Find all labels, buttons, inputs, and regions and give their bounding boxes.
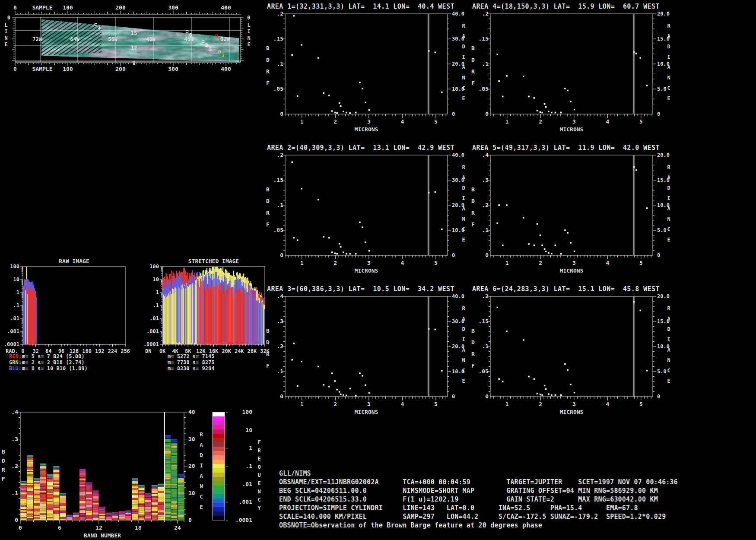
svg-text:20.0: 20.0 [657, 293, 670, 299]
svg-text:.1: .1 [276, 202, 283, 208]
svg-text:2: 2 [334, 260, 337, 266]
svg-text:R: R [2, 467, 5, 473]
svg-text:20: 20 [188, 463, 195, 469]
svg-text:.15: .15 [479, 318, 489, 324]
area-5-plot: .1.2.3.40BDRF5.010.015.020.00RADIANCE123… [467, 152, 674, 281]
svg-text:1: 1 [505, 260, 509, 266]
svg-text:MICRONS: MICRONS [355, 267, 378, 274]
svg-text:R: R [266, 68, 270, 75]
svg-text:m= 2 s= 2 B18 (2.74): m= 2 s= 2 B18 (2.74) [22, 359, 85, 365]
current-band-marker [164, 412, 165, 520]
meta-line: OBSNAME/EXT=11JNBRG02002A TCA=+000 00:04… [279, 478, 678, 486]
band-frequency-bars [21, 435, 184, 520]
svg-text:R: R [266, 210, 270, 216]
svg-text:m= 8 s= 10 B10 (1.89): m= 8 s= 10 B10 (1.89) [22, 365, 88, 372]
svg-text:R: R [257, 448, 261, 454]
svg-text:3: 3 [367, 260, 371, 266]
svg-text:I: I [462, 195, 465, 201]
svg-text:3: 3 [367, 118, 371, 125]
svg-text:E: E [4, 41, 7, 48]
svg-text:Y: Y [257, 505, 261, 511]
svg-text:D: D [471, 57, 475, 63]
svg-text:.1: .1 [482, 343, 489, 349]
svg-text:5.0: 5.0 [657, 86, 667, 92]
svg-text:400: 400 [221, 66, 231, 72]
svg-text:MICRONS: MICRONS [355, 126, 378, 133]
svg-text:GRN:: GRN: [9, 359, 22, 365]
svg-text:100: 100 [63, 66, 73, 72]
svg-text:.15: .15 [273, 177, 283, 183]
histogram-bins [23, 267, 37, 344]
meta-line: BEG SCLK=04206511.00.0 NIMSMODE=SHORT MA… [279, 486, 678, 495]
svg-text:C: C [667, 368, 670, 374]
svg-text:0: 0 [13, 66, 17, 72]
area-1-spectrum-panel: AREA 1=(32,331,3,3) LAT= 14.1 LON= 40.4 … [262, 3, 469, 143]
svg-text:5: 5 [639, 401, 643, 407]
svg-text:E: E [667, 378, 670, 384]
svg-text:A: A [200, 442, 203, 448]
svg-text:6: 6 [189, 32, 192, 38]
svg-text:D: D [667, 326, 670, 332]
svg-text:15: 15 [131, 30, 137, 36]
area-5-title: AREA 5=(49,317,3,3) LAT= 11.9 LON= 42.0 … [467, 144, 674, 152]
svg-text:100: 100 [149, 264, 159, 270]
svg-text:C: C [667, 85, 670, 91]
svg-text:I: I [462, 337, 465, 343]
svg-text:B: B [2, 448, 5, 455]
svg-text:300: 300 [168, 4, 178, 11]
svg-text:.05: .05 [479, 368, 489, 375]
svg-text:N: N [462, 216, 465, 222]
svg-text:BAND NUMBER: BAND NUMBER [84, 532, 121, 539]
svg-text:30: 30 [188, 436, 195, 442]
svg-text:.05: .05 [273, 227, 283, 233]
svg-text:0K: 0K [159, 348, 166, 354]
svg-text:6: 6 [58, 524, 61, 531]
svg-text:24K: 24K [235, 348, 244, 354]
histogram-bins [162, 267, 265, 346]
svg-text:N: N [462, 75, 465, 81]
svg-text:0: 0 [452, 111, 455, 117]
svg-text:B: B [471, 45, 475, 51]
area-2-title: AREA 2=(40,309,3,3) LAT= 13.1 LON= 42.9 … [262, 144, 469, 152]
svg-text:0: 0 [13, 4, 17, 11]
radiance-data-points [428, 50, 443, 93]
svg-text:D: D [462, 185, 465, 191]
svg-text:192: 192 [95, 348, 105, 354]
svg-text:N: N [667, 216, 670, 222]
area-2-plot: .05.1.15.20BDRF10.020.030.040.00RADIANCE… [262, 152, 469, 281]
svg-text:B: B [471, 186, 475, 193]
svg-text:300: 300 [168, 66, 178, 72]
svg-text:C: C [667, 226, 670, 232]
svg-text:0: 0 [657, 111, 660, 117]
svg-text:1: 1 [505, 118, 509, 125]
svg-text:.3: .3 [482, 177, 489, 183]
detector-boundary-line [633, 296, 635, 397]
svg-text:0: 0 [657, 252, 660, 258]
svg-text:N: N [4, 35, 7, 41]
svg-text:F: F [471, 80, 475, 86]
area-4-plot: .05.1.15.20BDRF5.010.015.020.00RADIANCE1… [467, 10, 674, 140]
svg-text:D: D [471, 339, 475, 346]
svg-text:RAW IMAGE: RAW IMAGE [59, 258, 89, 264]
detector-boundary-line [633, 14, 635, 114]
area-3-spectrum-panel: AREA 3=(60,386,3,3) LAT= 10.5 LON= 34.2 … [262, 285, 469, 426]
svg-text:E: E [257, 456, 260, 462]
svg-text:.1: .1 [482, 60, 489, 67]
svg-text:.0001: .0001 [4, 341, 19, 347]
svg-text:.05: .05 [479, 86, 489, 92]
bdrf-data-points [496, 204, 575, 254]
svg-text:2: 2 [539, 260, 542, 266]
svg-text:0: 0 [7, 15, 10, 21]
svg-text:.001: .001 [239, 499, 252, 505]
svg-text:400: 400 [221, 4, 231, 11]
jupiter-image-strip-panel: 72W64W56W48W40W32W151290100200300400SAMP… [0, 0, 264, 74]
svg-text:A: A [667, 33, 670, 39]
nims-display-screen: 72W64W56W48W40W32W151290100200300400SAMP… [0, 0, 756, 540]
svg-text:.15: .15 [273, 35, 283, 42]
svg-text:1: 1 [219, 37, 222, 42]
svg-text:.1: .1 [153, 302, 159, 308]
bdrf-data-points [496, 307, 575, 396]
svg-text:.1: .1 [245, 463, 252, 469]
radiance-data-points [428, 191, 443, 230]
svg-text:A: A [667, 316, 670, 322]
